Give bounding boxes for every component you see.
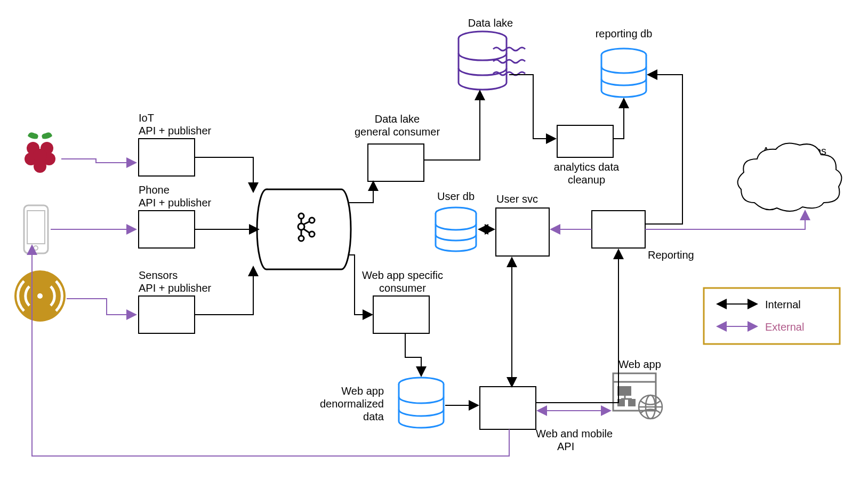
svg-rect-62: [628, 399, 636, 406]
iot-line1: IoT: [139, 112, 154, 124]
user-svc-label: User svc: [496, 193, 538, 205]
dlconsumer-line2: general consumer: [355, 126, 440, 138]
reporting-label: Reporting: [648, 249, 694, 261]
svg-text:Web app specific: Web app specific: [362, 269, 443, 281]
svg-text:Sensors: Sensors: [139, 269, 178, 281]
user-db-icon: User db: [436, 190, 476, 251]
svg-point-21: [299, 213, 304, 219]
svg-text:External: External: [765, 321, 804, 333]
analytics-cleanup-box: analytics data cleanup: [554, 125, 620, 186]
auth-cloud-icon: Auth services: [738, 143, 842, 211]
svg-text:Data lake: Data lake: [468, 17, 513, 29]
svg-point-5: [34, 160, 46, 173]
wadenorm-line3: data: [363, 411, 384, 422]
user-db-label: User db: [437, 190, 475, 202]
svg-rect-68: [704, 288, 840, 344]
svg-text:analytics data: analytics data: [554, 161, 620, 173]
svg-rect-60: [617, 386, 631, 396]
waconsumer-line1: Web app specific: [362, 269, 443, 281]
svg-point-24: [309, 218, 315, 223]
legend-external: External: [765, 321, 804, 333]
svg-text:denormalized: denormalized: [320, 398, 384, 410]
web-app-icon: Web app: [613, 358, 662, 419]
svg-rect-45: [496, 208, 549, 256]
reporting-db-icon: reporting db: [596, 28, 653, 97]
user-svc-box: User svc: [496, 193, 549, 256]
svg-text:API + publisher: API + publisher: [139, 282, 212, 294]
svg-rect-40: [557, 125, 613, 157]
svg-rect-30: [368, 144, 424, 181]
svg-rect-54: [480, 387, 536, 429]
svg-text:data: data: [363, 411, 384, 422]
svg-rect-11: [139, 139, 195, 176]
data-lake-icon: Data lake: [459, 17, 525, 90]
wadenorm-line1: Web app: [341, 385, 384, 397]
svg-text:Phone: Phone: [139, 184, 170, 196]
wadenorm-line2: denormalized: [320, 398, 384, 410]
reporting-db-label: reporting db: [596, 28, 653, 39]
svg-point-10: [37, 293, 43, 299]
svg-text:Web app: Web app: [618, 358, 661, 370]
iot-publisher-box: IoT API + publisher: [139, 112, 212, 176]
svg-text:API + publisher: API + publisher: [139, 197, 212, 209]
svg-rect-17: [139, 296, 195, 333]
svg-text:API: API: [557, 441, 574, 452]
analytics-line1: analytics data: [554, 161, 620, 173]
svg-text:Web app: Web app: [341, 385, 384, 397]
phone-publisher-box: Phone API + publisher: [139, 184, 212, 248]
sensors-line1: Sensors: [139, 269, 178, 281]
svg-rect-33: [373, 296, 429, 333]
phone-line1: Phone: [139, 184, 170, 196]
svg-point-25: [309, 231, 315, 237]
svg-rect-47: [592, 211, 645, 248]
svg-text:IoT: IoT: [139, 112, 154, 124]
svg-text:Internal: Internal: [765, 299, 801, 310]
svg-text:Reporting: Reporting: [648, 249, 694, 261]
sensors-line2: API + publisher: [139, 282, 212, 294]
svg-text:Data lake: Data lake: [375, 113, 420, 125]
svg-rect-7: [27, 211, 45, 244]
web-app-consumer-box: Web app specific consumer: [362, 269, 443, 333]
reporting-box: Reporting: [592, 211, 694, 261]
analytics-line2: cleanup: [568, 174, 605, 186]
iot-line2: API + publisher: [139, 125, 212, 137]
svg-point-23: [299, 236, 304, 241]
svg-text:User db: User db: [437, 190, 475, 202]
phone-line2: API + publisher: [139, 197, 212, 209]
svg-text:API + publisher: API + publisher: [139, 125, 212, 137]
data-lake-consumer-box: Data lake general consumer: [355, 113, 440, 181]
sensors-publisher-box: Sensors API + publisher: [139, 269, 212, 333]
svg-text:general consumer: general consumer: [355, 126, 440, 138]
message-queue-icon: [257, 189, 351, 269]
svg-text:cleanup: cleanup: [568, 174, 605, 186]
legend-internal: Internal: [765, 299, 801, 310]
svg-text:reporting db: reporting db: [596, 28, 653, 39]
svg-text:consumer: consumer: [379, 282, 426, 294]
svg-point-8: [34, 246, 38, 250]
web-mobile-api-box: Web and mobile API: [480, 387, 613, 452]
dlconsumer-line1: Data lake: [375, 113, 420, 125]
svg-text:Web and mobile: Web and mobile: [536, 428, 613, 439]
svg-rect-14: [139, 211, 195, 248]
waconsumer-line2: consumer: [379, 282, 426, 294]
sensor-icon: [14, 270, 66, 322]
web-app-label: Web app: [618, 358, 661, 370]
webapi-line1: Web and mobile: [536, 428, 613, 439]
phone-icon: [24, 205, 48, 253]
denorm-db-icon: Web app denormalized data: [320, 378, 444, 428]
webapi-line2: API: [557, 441, 574, 452]
legend-box: Internal External: [704, 288, 840, 344]
data-lake-label: Data lake: [468, 17, 513, 29]
raspberry-pi-icon: [25, 132, 55, 173]
svg-text:User svc: User svc: [496, 193, 538, 205]
